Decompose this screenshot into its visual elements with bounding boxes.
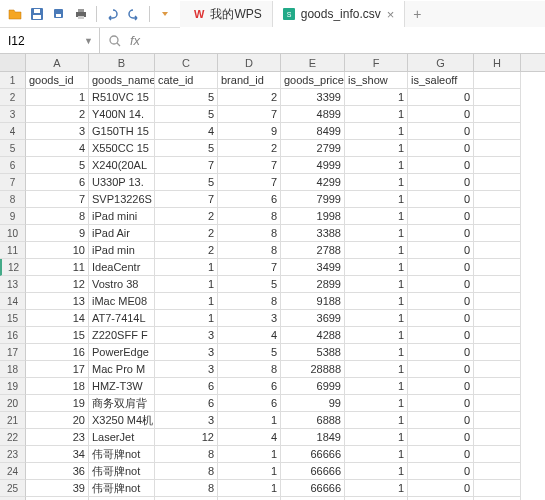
cell[interactable]: 7 [218,259,281,276]
cell[interactable]: 8 [218,293,281,310]
cell[interactable]: 4288 [281,327,345,344]
tab-goods-info[interactable]: S goods_info.csv × [273,1,406,27]
cell[interactable]: 6 [26,174,89,191]
cell[interactable]: 1 [345,327,408,344]
row-header[interactable]: 21 [0,412,26,429]
cell[interactable]: 1 [345,140,408,157]
col-header[interactable]: B [89,54,155,71]
cell[interactable]: 4 [155,123,218,140]
cell[interactable] [474,276,521,293]
cell[interactable]: 0 [408,395,474,412]
cell[interactable]: 8 [155,446,218,463]
cell[interactable]: 0 [408,344,474,361]
cell[interactable]: 1 [26,89,89,106]
cell[interactable]: 23 [26,429,89,446]
cell[interactable]: 3 [155,327,218,344]
cell[interactable] [474,72,521,89]
cell[interactable]: 6 [155,395,218,412]
cell[interactable]: 伟哥牌not [89,446,155,463]
cell[interactable]: 3699 [281,310,345,327]
cell[interactable]: 1 [345,242,408,259]
cell[interactable]: 0 [408,140,474,157]
cell[interactable]: 伟哥牌not [89,463,155,480]
row-header[interactable]: 11 [0,242,26,259]
cell[interactable] [474,208,521,225]
cell[interactable] [474,361,521,378]
cell[interactable]: 16 [26,344,89,361]
cell[interactable]: 3399 [281,89,345,106]
cell[interactable]: 0 [408,259,474,276]
cell[interactable]: AT7-7414L [89,310,155,327]
cell[interactable]: 6 [218,378,281,395]
cell[interactable]: iPad Air [89,225,155,242]
cell[interactable]: 1 [345,225,408,242]
select-all-corner[interactable] [0,54,26,71]
cell[interactable] [474,106,521,123]
cell[interactable]: 1 [345,293,408,310]
cell[interactable]: 1 [155,259,218,276]
cell[interactable]: 7 [218,157,281,174]
cell[interactable]: 0 [408,157,474,174]
cell[interactable]: 9188 [281,293,345,310]
cell[interactable]: 34 [26,446,89,463]
cell[interactable]: 39 [26,480,89,497]
row-header[interactable]: 17 [0,344,26,361]
row-header[interactable]: 13 [0,276,26,293]
cell[interactable]: HMZ-T3W [89,378,155,395]
cell[interactable]: 5 [218,276,281,293]
cell[interactable]: 1 [345,378,408,395]
cell[interactable] [474,327,521,344]
cell[interactable]: 18 [26,378,89,395]
cell[interactable]: 2 [155,208,218,225]
row-header[interactable]: 22 [0,429,26,446]
cell[interactable]: U330P 13. [89,174,155,191]
row-header[interactable]: 14 [0,293,26,310]
cell[interactable]: 8 [218,208,281,225]
cell[interactable]: 2799 [281,140,345,157]
cell[interactable]: iPad min [89,242,155,259]
row-header[interactable]: 1 [0,72,26,89]
cell[interactable]: 5 [218,344,281,361]
print-icon[interactable] [72,5,90,23]
cell[interactable]: 6 [218,395,281,412]
cell[interactable] [474,463,521,480]
cell[interactable]: 7999 [281,191,345,208]
col-header[interactable]: G [408,54,474,71]
cell[interactable]: 3 [155,361,218,378]
cell[interactable]: X550CC 15 [89,140,155,157]
cell[interactable]: 8499 [281,123,345,140]
cell[interactable]: 0 [408,89,474,106]
row-header[interactable]: 19 [0,378,26,395]
col-header[interactable]: A [26,54,89,71]
cell[interactable]: 1 [218,480,281,497]
cell[interactable]: 12 [155,429,218,446]
cell[interactable] [474,412,521,429]
cell[interactable]: 0 [408,191,474,208]
row-header[interactable]: 9 [0,208,26,225]
cell[interactable]: G150TH 15 [89,123,155,140]
cell[interactable]: 2 [218,140,281,157]
col-header[interactable]: D [218,54,281,71]
cell[interactable] [474,344,521,361]
cell[interactable]: iMac ME08 [89,293,155,310]
cell[interactable]: is_show [345,72,408,89]
cell[interactable]: 0 [408,446,474,463]
cell[interactable]: 1 [345,429,408,446]
cell[interactable]: goods_id [26,72,89,89]
cell[interactable]: 20 [26,412,89,429]
cell[interactable]: 2788 [281,242,345,259]
cell[interactable]: 12 [26,276,89,293]
cell[interactable]: 15 [26,327,89,344]
cell[interactable]: X240(20AL [89,157,155,174]
cell[interactable]: 9 [218,123,281,140]
col-header[interactable]: F [345,54,408,71]
dropdown-icon[interactable] [156,5,174,23]
cell[interactable] [474,140,521,157]
cell[interactable]: 1 [218,412,281,429]
cell[interactable]: 8 [155,463,218,480]
save-icon[interactable] [28,5,46,23]
cell[interactable]: 1 [218,446,281,463]
cell[interactable]: Z220SFF F [89,327,155,344]
cell[interactable]: 66666 [281,463,345,480]
cell[interactable]: 4899 [281,106,345,123]
